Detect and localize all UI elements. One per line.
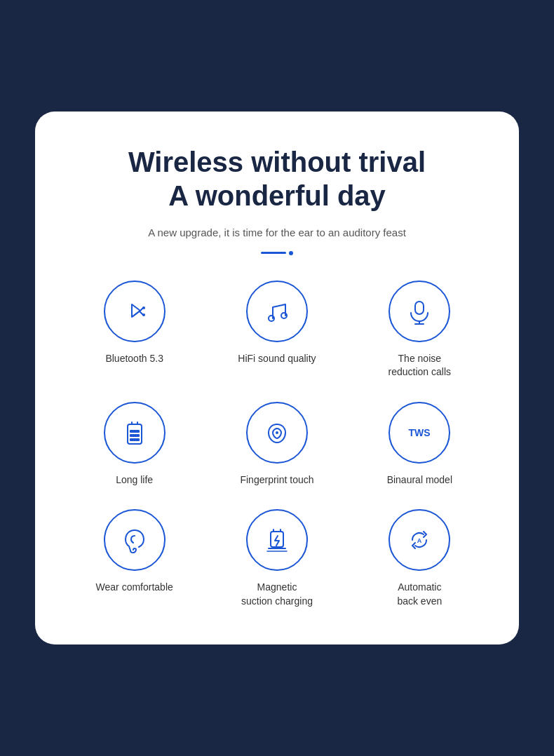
feature-ear: Wear comfortable — [63, 509, 205, 608]
feature-tws: TWS Binaural model — [349, 402, 491, 487]
ear-icon — [119, 525, 150, 555]
features-grid: Bluetooth 5.3 HiFi sound quality — [63, 281, 491, 609]
tws-icon: TWS — [404, 417, 435, 448]
noise-label: The noisereduction calls — [389, 352, 452, 379]
battery-icon — [119, 417, 150, 448]
magnetic-icon-circle — [246, 509, 308, 571]
auto-icon-circle: A — [389, 509, 450, 571]
noise-icon-circle — [389, 281, 450, 342]
battery-label: Long life — [116, 473, 153, 487]
fingerprint-icon-circle — [246, 402, 308, 464]
fingerprint-label: Fingerprint touch — [240, 473, 313, 487]
hifi-label: HiFi sound quality — [238, 352, 316, 366]
tws-icon-circle: TWS — [389, 402, 450, 464]
music-icon — [262, 296, 292, 327]
svg-text:TWS: TWS — [409, 427, 431, 438]
svg-point-0 — [142, 306, 145, 309]
auto-icon: A — [404, 525, 435, 555]
feature-fingerprint: Fingerprint touch — [205, 402, 348, 487]
ear-icon-circle — [104, 509, 165, 571]
charge-icon — [262, 525, 292, 555]
auto-label: Automaticback even — [397, 581, 442, 608]
svg-rect-10 — [130, 438, 140, 441]
svg-text:A: A — [417, 537, 422, 544]
mic-icon — [404, 296, 435, 327]
bluetooth-icon-circle — [104, 281, 165, 342]
svg-point-1 — [142, 313, 145, 316]
ear-label: Wear comfortable — [96, 581, 173, 595]
bluetooth-icon — [119, 296, 150, 327]
fingerprint-icon — [262, 417, 292, 448]
page-title: Wireless without trival A wonderful day — [63, 145, 491, 212]
page-subtitle: A new upgrade, it is time for the ear to… — [63, 227, 491, 238]
bluetooth-label: Bluetooth 5.3 — [105, 352, 163, 366]
svg-rect-4 — [415, 302, 424, 314]
feature-auto: A Automaticback even — [349, 509, 491, 608]
battery-icon-circle — [104, 402, 165, 464]
feature-bluetooth: Bluetooth 5.3 — [63, 281, 205, 379]
feature-battery: Long life — [63, 402, 205, 487]
tws-label: Binaural model — [387, 473, 452, 487]
svg-rect-12 — [130, 430, 140, 433]
feature-hifi: HiFi sound quality — [205, 281, 348, 379]
divider — [63, 251, 491, 255]
feature-noise: The noisereduction calls — [349, 281, 491, 379]
svg-rect-11 — [130, 434, 140, 437]
hifi-icon-circle — [246, 281, 308, 342]
magnetic-label: Magneticsuction charging — [241, 581, 313, 608]
svg-point-13 — [276, 431, 278, 434]
main-card: Wireless without trival A wonderful day … — [35, 112, 519, 645]
feature-magnetic: Magneticsuction charging — [205, 509, 348, 608]
